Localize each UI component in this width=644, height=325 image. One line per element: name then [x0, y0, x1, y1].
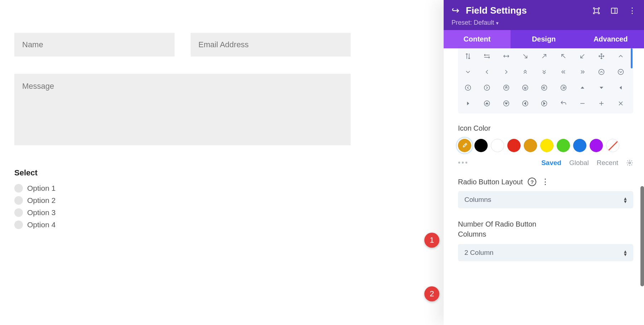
svg-point-15	[629, 162, 631, 164]
svg-rect-0	[595, 9, 599, 13]
arrow-up-right-icon[interactable]	[540, 52, 548, 60]
dock-icon[interactable]	[610, 7, 618, 15]
columns-count-select[interactable]: 2 Column ▴▾	[458, 244, 633, 261]
radio-icon	[14, 184, 23, 193]
radio-option[interactable]: Option 3	[14, 208, 351, 217]
svg-point-6	[484, 85, 490, 91]
color-swatches	[458, 139, 633, 152]
select-arrows-icon: ▴▾	[624, 249, 627, 256]
circle-chevron-down-icon[interactable]	[616, 68, 625, 76]
color-swatch-white[interactable]	[491, 139, 504, 152]
color-swatch-purple[interactable]	[590, 139, 603, 152]
arrow-up-left-icon[interactable]	[559, 52, 568, 60]
circle-chevron-left-icon[interactable]	[464, 83, 472, 92]
caret-right-icon[interactable]	[464, 99, 472, 108]
circle-chevron-right-icon[interactable]	[483, 83, 491, 92]
color-swatch-green[interactable]	[557, 139, 570, 152]
icon-color-label: Icon Color	[458, 124, 633, 132]
message-textarea[interactable]	[14, 74, 351, 145]
color-picker-swatch[interactable]	[458, 139, 471, 152]
arrows-vertical-icon[interactable]	[464, 52, 472, 60]
panel-header: ↩ Field Settings ⋮ Preset: Default▼	[444, 0, 644, 30]
circle-caret-left-icon[interactable]	[521, 99, 530, 108]
color-swatch-yellow[interactable]	[540, 139, 553, 152]
color-tab-recent[interactable]: Recent	[597, 159, 618, 167]
columns-count-label: Number Of Radio Button Columns	[458, 219, 551, 239]
expand-icon[interactable]	[592, 7, 600, 15]
circle-chevrons-up-icon[interactable]	[502, 83, 511, 92]
svg-rect-1	[611, 8, 618, 13]
more-icon[interactable]: ⋮	[628, 7, 636, 15]
chevrons-up-icon[interactable]	[521, 68, 530, 76]
radio-label: Option 3	[27, 208, 55, 217]
form-preview: Select Option 1 Option 2 Option 3 Option…	[14, 33, 351, 233]
color-swatch-orange[interactable]	[524, 139, 537, 152]
scrollbar-thumb[interactable]	[631, 48, 633, 68]
radio-icon	[14, 220, 23, 229]
color-swatch-blue[interactable]	[573, 139, 586, 152]
circle-chevrons-down-icon[interactable]	[521, 83, 530, 92]
panel-title: Field Settings	[466, 5, 586, 16]
tab-advanced[interactable]: Advanced	[577, 30, 644, 48]
radio-icon	[14, 208, 23, 217]
color-swatch-red[interactable]	[507, 139, 521, 152]
email-input[interactable]	[191, 33, 351, 57]
arrow-down-right-icon[interactable]	[521, 52, 530, 60]
minus-icon[interactable]	[578, 99, 587, 108]
more-colors-icon[interactable]: •••	[458, 159, 469, 167]
circle-chevron-up-icon[interactable]	[597, 68, 606, 76]
name-input[interactable]	[14, 33, 175, 57]
chevron-up-icon[interactable]	[616, 52, 625, 60]
chevrons-down-icon[interactable]	[540, 68, 548, 76]
arrows-horizontal-icon[interactable]	[483, 52, 491, 60]
caret-left-icon[interactable]	[616, 83, 625, 92]
field-more-icon[interactable]: ⋮	[541, 178, 549, 186]
chevrons-left-icon[interactable]	[559, 68, 568, 76]
select-arrows-icon: ▴▾	[624, 197, 627, 203]
circle-chevrons-right-icon[interactable]	[559, 83, 568, 92]
radio-icon	[14, 196, 23, 205]
radio-layout-value: Columns	[464, 196, 624, 204]
radio-label: Option 1	[27, 184, 55, 193]
tab-bar: Content Design Advanced	[444, 30, 644, 48]
color-tab-global[interactable]: Global	[569, 159, 589, 167]
circle-caret-up-icon[interactable]	[483, 99, 491, 108]
radio-option[interactable]: Option 4	[14, 220, 351, 229]
arrows-h-icon[interactable]	[502, 52, 511, 60]
tab-design[interactable]: Design	[511, 30, 577, 48]
radio-layout-select[interactable]: Columns ▴▾	[458, 191, 633, 208]
chevron-down-icon[interactable]	[464, 68, 472, 76]
radio-layout-label: Radio Button Layout	[458, 178, 523, 186]
radio-label: Option 2	[27, 196, 55, 205]
preset-label: Preset: Default	[452, 19, 494, 26]
caret-up-icon[interactable]	[578, 83, 587, 92]
gear-icon[interactable]	[626, 159, 633, 166]
svg-point-3	[599, 69, 604, 75]
color-tab-saved[interactable]: Saved	[541, 159, 561, 167]
chevrons-right-icon[interactable]	[578, 68, 587, 76]
panel-body: Icon Color ••• Saved Global Recent	[444, 48, 644, 325]
help-icon[interactable]: ?	[528, 178, 536, 186]
preset-dropdown[interactable]: Preset: Default▼	[452, 19, 636, 26]
circle-chevrons-left-icon[interactable]	[540, 83, 548, 92]
arrow-down-left-icon[interactable]	[578, 52, 587, 60]
chevron-right-icon[interactable]	[502, 68, 511, 76]
radio-option[interactable]: Option 2	[14, 196, 351, 205]
annotation-badge-1: 1	[424, 233, 439, 248]
plus-icon[interactable]	[597, 99, 606, 108]
color-swatch-black[interactable]	[474, 139, 488, 152]
circle-caret-down-icon[interactable]	[502, 99, 511, 108]
svg-point-5	[465, 85, 471, 91]
caret-down-icon[interactable]	[597, 83, 606, 92]
circle-caret-right-icon[interactable]	[540, 99, 548, 108]
window-scrollbar[interactable]	[640, 186, 644, 286]
chevron-left-icon[interactable]	[483, 68, 491, 76]
back-icon[interactable]: ↩	[452, 5, 459, 16]
undo-icon[interactable]	[559, 99, 568, 108]
x-icon[interactable]	[616, 99, 625, 108]
annotation-badge-2: 2	[424, 286, 439, 301]
radio-option[interactable]: Option 1	[14, 184, 351, 193]
color-swatch-none[interactable]	[606, 139, 619, 152]
tab-content[interactable]: Content	[444, 30, 511, 48]
move-icon[interactable]	[597, 52, 606, 60]
